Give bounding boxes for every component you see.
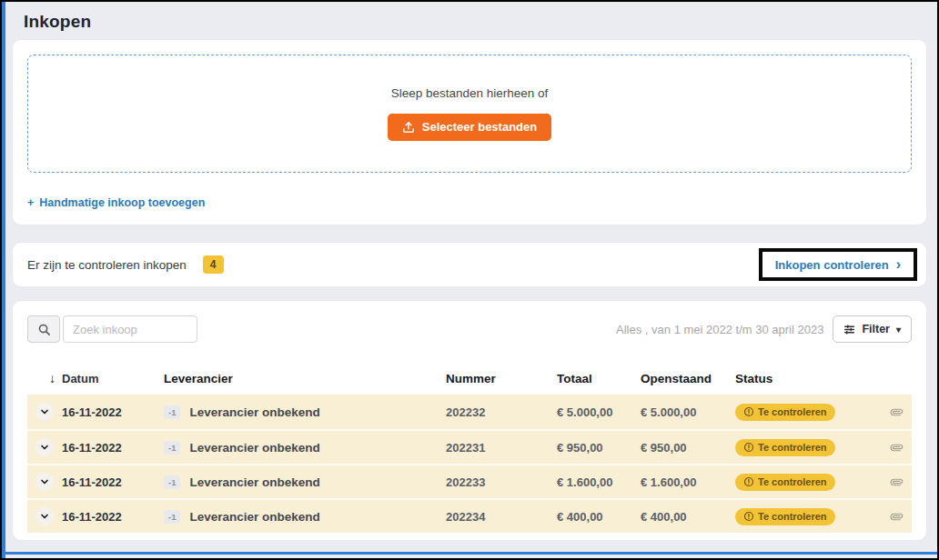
- row-openstaand: € 1.600,00: [641, 475, 735, 489]
- status-label: Te controleren: [758, 442, 827, 453]
- row-nummer: 202232: [446, 405, 557, 419]
- row-leverancier: Leverancier onbekend: [189, 441, 319, 455]
- chevron-down-icon[interactable]: [35, 438, 54, 456]
- period-summary: Alles , van 1 mei 2022 t/m 30 april 2023: [616, 323, 823, 336]
- chevron-right-icon: ›: [896, 257, 901, 272]
- row-openstaand: € 5.000,00: [641, 405, 735, 419]
- status-label: Te controleren: [758, 406, 827, 417]
- status-label: Te controleren: [758, 511, 827, 522]
- caret-down-icon: ▾: [896, 325, 901, 335]
- add-manual-purchase-label: Handmatige inkoop toevoegen: [39, 196, 205, 209]
- sliders-icon: [843, 324, 855, 335]
- filter-label: Filter: [862, 323, 890, 335]
- row-leverancier: Leverancier onbekend: [189, 510, 319, 524]
- count-badge: -1: [164, 510, 180, 524]
- status-label: Te controleren: [758, 476, 827, 487]
- search-button[interactable]: [27, 315, 60, 343]
- status-badge: Te controleren: [735, 508, 835, 525]
- notice-left: Er zijn te controleren inkopen 4: [27, 255, 224, 274]
- row-openstaand: € 950,00: [641, 441, 735, 455]
- column-header-datum[interactable]: Datum: [62, 372, 164, 385]
- row-datum: 16-11-2022: [62, 441, 164, 455]
- search-icon: [37, 323, 51, 336]
- upload-icon: [402, 121, 415, 134]
- row-totaal: € 950,00: [557, 441, 641, 455]
- notice-message: Er zijn te controleren inkopen: [27, 258, 187, 272]
- chevron-down-icon[interactable]: [35, 507, 54, 525]
- toolbar-right: Alles , van 1 mei 2022 t/m 30 april 2023…: [616, 315, 912, 343]
- upload-card: Sleep bestanden hierheen of Selecteer be…: [13, 40, 926, 225]
- table-row[interactable]: 16-11-2022 -1 Leverancier onbekend 20223…: [27, 498, 912, 533]
- column-header-openstaand: Openstaand: [641, 372, 735, 385]
- row-totaal: € 5.000,00: [557, 405, 641, 419]
- count-badge: -1: [164, 441, 180, 455]
- annotation-highlight-box: Inkopen controleren ›: [759, 248, 917, 281]
- table-body: 16-11-2022 -1 Leverancier onbekend 20223…: [27, 395, 912, 533]
- status-badge: Te controleren: [735, 474, 835, 491]
- status-badge: Te controleren: [735, 404, 835, 421]
- row-datum: 16-11-2022: [62, 510, 164, 524]
- table-toolbar: Alles , van 1 mei 2022 t/m 30 april 2023…: [27, 315, 912, 343]
- page-title: Inkopen: [5, 2, 937, 40]
- row-datum: 16-11-2022: [62, 405, 164, 419]
- plus-icon: +: [27, 196, 34, 209]
- file-dropzone[interactable]: Sleep bestanden hierheen of Selecteer be…: [27, 55, 912, 173]
- select-files-button[interactable]: Selecteer bestanden: [388, 114, 551, 141]
- column-header-leverancier: Leverancier: [164, 372, 446, 385]
- paperclip-icon[interactable]: [891, 476, 903, 488]
- select-files-label: Selecteer bestanden: [422, 120, 537, 134]
- column-header-status: Status: [735, 372, 881, 385]
- filter-button[interactable]: Filter ▾: [833, 315, 912, 343]
- row-totaal: € 1.600,00: [557, 475, 641, 489]
- status-badge: Te controleren: [735, 439, 835, 456]
- review-notice-bar: Er zijn te controleren inkopen 4 Inkopen…: [13, 243, 926, 286]
- sort-arrow-icon: ↓: [49, 371, 56, 385]
- paperclip-icon[interactable]: [891, 511, 903, 523]
- paperclip-icon[interactable]: [891, 406, 903, 418]
- row-leverancier: Leverancier onbekend: [189, 475, 319, 489]
- review-purchases-link[interactable]: Inkopen controleren: [775, 258, 889, 272]
- add-manual-purchase-link[interactable]: + Handmatige inkoop toevoegen: [27, 196, 205, 209]
- column-header-nummer: Nummer: [446, 372, 557, 385]
- row-nummer: 202234: [446, 510, 557, 524]
- count-badge: -1: [164, 475, 180, 489]
- row-datum: 16-11-2022: [62, 475, 164, 489]
- row-leverancier: Leverancier onbekend: [189, 405, 319, 419]
- app-window: Inkopen Sleep bestanden hierheen of Sele…: [0, 0, 939, 560]
- paperclip-icon[interactable]: [891, 442, 903, 454]
- table-row[interactable]: 16-11-2022 -1 Leverancier onbekend 20223…: [27, 464, 912, 498]
- row-openstaand: € 400,00: [641, 510, 735, 524]
- review-count-badge: 4: [203, 255, 224, 274]
- table-row[interactable]: 16-11-2022 -1 Leverancier onbekend 20223…: [27, 395, 912, 429]
- column-header-totaal: Totaal: [557, 372, 641, 385]
- count-badge: -1: [164, 405, 180, 419]
- table-header: ↓ Datum Leverancier Nummer Totaal Openst…: [27, 363, 912, 395]
- chevron-down-icon[interactable]: [35, 403, 54, 421]
- purchases-table-card: Alles , van 1 mei 2022 t/m 30 april 2023…: [13, 301, 926, 540]
- table-row[interactable]: 16-11-2022 -1 Leverancier onbekend 20223…: [27, 429, 912, 464]
- dropzone-hint: Sleep bestanden hierheen of: [391, 86, 549, 100]
- chevron-down-icon[interactable]: [35, 473, 54, 491]
- row-nummer: 202233: [446, 475, 557, 489]
- search-input[interactable]: [63, 315, 197, 343]
- row-nummer: 202231: [446, 441, 557, 455]
- page-content: Inkopen Sleep bestanden hierheen of Sele…: [5, 2, 937, 558]
- search-group: [27, 315, 197, 343]
- row-totaal: € 400,00: [557, 510, 641, 524]
